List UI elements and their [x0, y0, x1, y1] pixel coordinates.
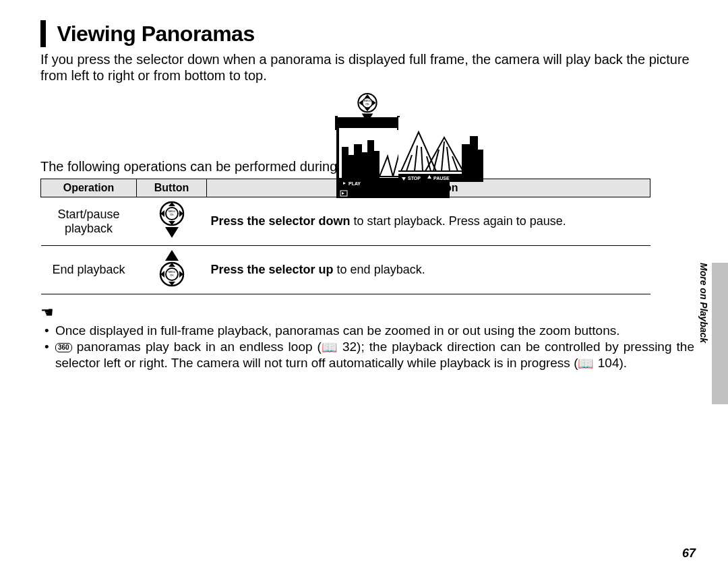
svg-text:OK: OK — [170, 274, 174, 277]
page-number: 67 — [682, 546, 696, 561]
side-tab-label: More on Playback — [698, 263, 709, 343]
svg-rect-7 — [374, 151, 380, 178]
figure-panorama-playback: PLAY MENU OK — [40, 93, 694, 154]
note-item: Once displayed in full-frame playback, p… — [40, 323, 694, 339]
svg-rect-18 — [336, 189, 450, 198]
col-button: Button — [137, 179, 207, 197]
desc-end-bold: Press the selector up — [211, 263, 334, 276]
op-start-pause: Start/pause — [57, 208, 119, 221]
svg-rect-33 — [470, 136, 478, 174]
panorama-cropped-playback-illustration: STOP PAUSE — [397, 116, 400, 130]
intro-text: If you press the selector down when a pa… — [40, 51, 694, 84]
svg-text:OK: OK — [170, 213, 174, 216]
svg-marker-57 — [165, 227, 179, 238]
pointing-hand-icon: ☚ — [40, 304, 54, 321]
svg-rect-6 — [367, 140, 374, 178]
op-end-playback: End playback — [52, 263, 125, 276]
svg-marker-58 — [165, 250, 179, 261]
page-title: Viewing Panoramas — [57, 22, 254, 46]
side-tab — [712, 263, 728, 404]
svg-rect-2 — [342, 147, 348, 178]
svg-text:PLAY: PLAY — [348, 181, 361, 186]
svg-text:OK: OK — [365, 102, 369, 106]
selector-down-icon: MENU OK — [156, 200, 187, 243]
svg-rect-5 — [362, 152, 367, 178]
col-operation: Operation — [41, 179, 137, 197]
table-row: End playback MENU OK Press the selector … — [41, 246, 650, 294]
note-item: 360 panoramas play back in an endless lo… — [40, 339, 694, 371]
notes-section: ☚ Once displayed in full-frame playback,… — [40, 304, 694, 371]
selector-up-icon: MENU OK — [156, 249, 187, 291]
svg-text:PAUSE: PAUSE — [433, 176, 450, 181]
svg-rect-34 — [478, 150, 483, 174]
svg-rect-4 — [354, 144, 362, 178]
svg-rect-32 — [462, 144, 470, 174]
svg-text:STOP: STOP — [408, 176, 421, 181]
desc-start-bold: Press the selector down — [211, 214, 351, 228]
svg-rect-3 — [348, 155, 354, 178]
page-ref-icon: 📖 — [578, 357, 594, 370]
table-row: Start/pause playback MENU OK Press the — [41, 197, 650, 246]
page-ref-icon: 📖 — [322, 341, 338, 354]
panorama-fullframe-illustration: PLAY — [335, 116, 338, 130]
panorama-360-icon: 360 — [55, 343, 72, 352]
